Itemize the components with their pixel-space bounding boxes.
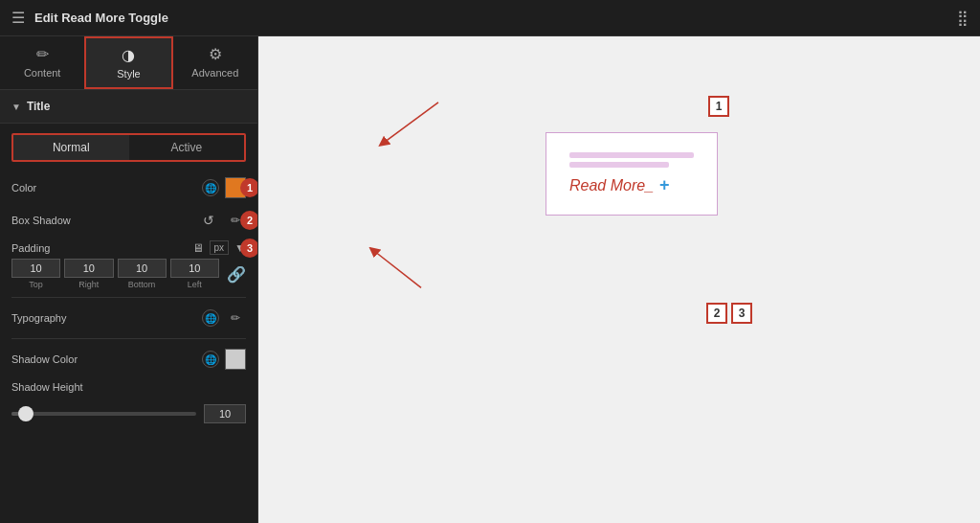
shadow-color-globe-icon[interactable]: 🌐 <box>202 351 219 368</box>
annotation-3-number: 3 <box>731 303 752 324</box>
padding-monitor-icon[interactable]: 🖥 <box>192 241 204 255</box>
read-more-lines <box>569 152 694 168</box>
padding-left-field: Left <box>170 259 219 289</box>
padding-right-field: Right <box>64 259 113 289</box>
read-more-line-2 <box>569 162 669 168</box>
padding-top-label: Top <box>29 280 43 289</box>
slider-row <box>0 398 257 429</box>
shadow-color-controls: 🌐 <box>202 349 246 370</box>
slider-thumb[interactable] <box>18 406 33 421</box>
read-more-box[interactable]: Read More_ + <box>546 132 718 216</box>
padding-top-field: Top <box>11 259 60 289</box>
annotation-2-number: 2 <box>706 303 727 324</box>
section-collapse-arrow[interactable]: ▼ <box>11 102 21 112</box>
tab-content-label: Content <box>24 67 61 79</box>
color-row: Color 🌐 1 <box>0 171 257 204</box>
typography-row: Typography 🌐 ✏ <box>0 302 257 334</box>
read-more-label[interactable]: Read More_ <box>569 177 654 194</box>
annotation-1-box: 1 <box>708 96 729 117</box>
state-normal-btn[interactable]: Normal <box>13 135 129 160</box>
tab-content[interactable]: ✏ Content <box>0 36 84 89</box>
state-toggle: Normal Active <box>11 133 246 162</box>
padding-unit[interactable]: px <box>210 240 230 255</box>
badge-3: 3 <box>240 239 258 258</box>
tab-style-label: Style <box>117 68 140 80</box>
typography-label: Typography <box>11 312 202 324</box>
color-label: Color <box>11 182 202 193</box>
read-more-plus-icon[interactable]: + <box>659 175 670 195</box>
padding-bottom-field: Bottom <box>118 259 167 289</box>
badge-1: 1 <box>240 178 258 197</box>
hamburger-icon[interactable]: ☰ <box>11 9 25 27</box>
box-shadow-label: Box Shadow <box>11 215 198 226</box>
padding-link-icon[interactable]: 🔗 <box>227 265 246 284</box>
top-bar-left: ☰ Edit Read More Toggle <box>11 9 168 27</box>
padding-bottom-label: Bottom <box>128 280 156 289</box>
svg-line-1 <box>373 250 421 287</box>
tab-advanced-label: Advanced <box>191 67 238 79</box>
divider-1 <box>11 297 246 298</box>
divider-2 <box>11 338 246 339</box>
section-title-text: Title <box>27 100 50 113</box>
content-tab-icon: ✏ <box>36 45 49 63</box>
read-more-line-1 <box>569 152 694 158</box>
badge-2: 2 <box>240 211 258 230</box>
widget-preview-container: Read More_ + <box>546 132 718 216</box>
tabs-container: ✏ Content ◑ Style ⚙ Advanced <box>0 36 257 90</box>
read-more-text-row: Read More_ + <box>569 175 694 195</box>
shadow-height-label: Shadow Height <box>11 381 246 393</box>
advanced-tab-icon: ⚙ <box>209 45 222 63</box>
arrows-svg <box>258 36 980 523</box>
annotation-1-number: 1 <box>708 96 729 117</box>
padding-fields: Top Right Bottom Left 🔗 <box>11 259 246 289</box>
shadow-height-value-input[interactable] <box>204 404 246 423</box>
shadow-color-label: Shadow Color <box>11 353 202 365</box>
padding-top-input[interactable] <box>11 259 60 278</box>
padding-right-label: Right <box>78 280 99 289</box>
state-active-btn[interactable]: Active <box>129 135 245 160</box>
tab-advanced[interactable]: ⚙ Advanced <box>173 36 257 89</box>
svg-line-0 <box>383 102 438 144</box>
box-shadow-reset-icon[interactable]: ↺ <box>198 210 219 231</box>
shadow-color-swatch[interactable] <box>225 349 246 370</box>
main-layout: ✏ Content ◑ Style ⚙ Advanced ▼ Title Nor… <box>0 36 980 523</box>
top-bar: ☰ Edit Read More Toggle ⣿ <box>0 0 980 36</box>
box-shadow-row: Box Shadow ↺ ✏ 2 <box>0 204 257 237</box>
shadow-height-row: Shadow Height <box>0 375 257 398</box>
padding-bottom-input[interactable] <box>118 259 167 278</box>
annotation-2-box: 2 <box>706 303 727 324</box>
padding-row: Padding 🖥 px ▼ Top Right Bottom <box>0 237 257 293</box>
style-tab-icon: ◑ <box>122 46 135 64</box>
color-globe-icon[interactable]: 🌐 <box>202 179 219 196</box>
padding-header: Padding 🖥 px ▼ <box>11 240 246 255</box>
typography-edit-icon[interactable]: ✏ <box>225 307 246 329</box>
shadow-color-row: Shadow Color 🌐 <box>0 343 257 375</box>
box-shadow-controls: ↺ ✏ <box>198 210 246 231</box>
padding-left-input[interactable] <box>170 259 219 278</box>
padding-label: Padding <box>11 242 187 254</box>
padding-left-label: Left <box>188 280 202 289</box>
typography-globe-icon[interactable]: 🌐 <box>202 309 219 327</box>
tab-style[interactable]: ◑ Style <box>84 36 172 89</box>
section-title-title: ▼ Title <box>0 90 257 124</box>
shadow-height-slider-track[interactable] <box>11 412 196 416</box>
canvas-area: 1 Read More_ + 2 3 <box>258 36 980 523</box>
padding-right-input[interactable] <box>64 259 113 278</box>
typography-controls: 🌐 ✏ <box>202 307 246 329</box>
annotation-3-box: 3 <box>731 303 752 324</box>
page-title: Edit Read More Toggle <box>34 11 168 25</box>
sidebar: ✏ Content ◑ Style ⚙ Advanced ▼ Title Nor… <box>0 36 258 523</box>
grid-icon[interactable]: ⣿ <box>957 9 969 27</box>
